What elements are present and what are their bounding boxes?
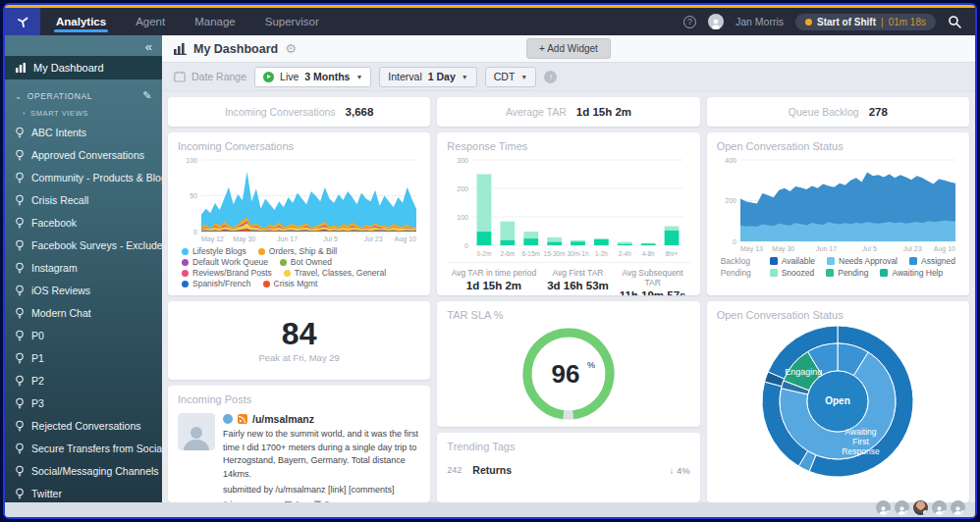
svg-text:0-2m: 0-2m [477,250,492,257]
smart-view-label: P3 [31,397,44,409]
sidebar-smart-view-item[interactable]: P3 [5,392,162,414]
legend-color-square [880,269,888,277]
dashboard-content: Incoming Conversations 3,668 Average TAR… [162,91,975,502]
sidebar-smart-view-item[interactable]: P1 [5,346,162,369]
collapse-sidebar-icon[interactable]: « [145,39,152,54]
svg-text:300: 300 [458,157,469,164]
top-navigation: AnalyticsAgentManageSupervisor ? Jan Mor… [5,5,975,35]
sidebar-smart-view-item[interactable]: Twitter [5,482,162,502]
legend-color-dot [263,281,270,287]
tag-count: 242 [447,465,472,475]
agent-avatar[interactable] [876,500,891,515]
lightbulb-icon [15,172,25,183]
left-column: 84 Peak at Fri, May 29 Incoming Posts /u… [168,301,430,502]
post-author-link[interactable]: /u/msalmanz [223,413,420,425]
sidebar-smart-view-item[interactable]: ABC Intents [5,121,162,143]
shift-label: Start of Shift [817,17,876,27]
footer-bar [5,502,975,517]
person-icon [182,423,211,450]
search-icon[interactable] [948,15,961,28]
smart-view-label: Facebook [31,217,77,229]
tab-supervisor[interactable]: Supervisor [263,8,321,35]
live-range-dropdown[interactable]: Live 3 Months ▼ [254,67,371,87]
trending-rows: 242Returns↓ 4% [447,464,689,476]
interval-dropdown[interactable]: Interval 1 Day ▼ [379,67,476,87]
widget-title: Trending Tags [447,441,689,452]
section-label: OPERATIONAL [27,91,92,101]
interval-value: 1 Day [428,71,456,82]
svg-text:Aug 10: Aug 10 [933,245,954,253]
svg-text:Jul 5: Jul 5 [323,235,338,242]
sidebar-smart-view-item[interactable]: P0 [5,324,162,346]
tar-sla-widget: TAR SLA % 96% [437,301,699,427]
agent-avatar[interactable] [895,500,909,515]
lightbulb-icon [15,127,25,138]
shift-status-pill[interactable]: Start of Shift | 01m 18s [795,14,936,30]
user-avatar[interactable] [708,14,724,29]
legend-item: Pending [826,268,868,278]
response-times-widget: Response Times 01002003000-2m2-6m6-15m15… [437,132,699,295]
page-title-group: My Dashboard ⚙ [174,41,297,56]
sidebar-smart-view-item[interactable]: Community - Products & Blogs [5,166,162,188]
sidebar-smart-view-item[interactable]: Secure Transfers from Social [5,437,162,459]
nav-tabs: AnalyticsAgentManageSupervisor [54,8,321,35]
svg-text:0: 0 [464,242,468,249]
sidebar-smart-view-item[interactable]: Social/Messaging Channels [5,459,162,482]
kpi-label: Average TAR [506,106,567,118]
legend-item: Spanish/French [182,279,251,288]
tab-agent[interactable]: Agent [134,8,167,35]
response-time-stats: Avg TAR in time period1d 15h 2mAvg First… [447,262,689,295]
live-value: 3 Months [304,71,350,82]
legend-item: Needs Approval [827,256,898,266]
legend-color-square [826,269,834,277]
open-conversation-status-widget: Open Conversation Status 0200400May 13Ma… [707,132,969,295]
tab-analytics[interactable]: Analytics [54,8,108,35]
sidebar-smart-view-item[interactable]: Facebook [5,211,162,234]
sidebar-section-operational[interactable]: ⌄ OPERATIONAL ✎ [5,79,162,106]
svg-text:Open: Open [826,395,851,406]
sidebar-smart-view-item[interactable]: Rejected Conversations [5,414,162,437]
widget-title: Incoming Posts [178,393,420,405]
agent-avatar[interactable] [932,500,947,515]
sidebar-smart-view-item[interactable]: Modern Chat [5,301,162,324]
sidebar-smart-view-item[interactable]: P2 [5,369,162,392]
svg-text:6-15m: 6-15m [522,250,540,257]
post-username: /u/msalmanz [252,413,314,425]
live-icon [263,72,274,82]
date-range-label: Date Range [191,71,246,82]
open-status-legend: BacklogAvailableNeeds ApprovalAssignedPe… [717,254,959,278]
sidebar-smart-view-item[interactable]: Instagram [5,256,162,279]
edit-pencil-icon[interactable]: ✎ [142,89,152,102]
sidebar-smart-view-item[interactable]: Crisis Recall [5,188,162,211]
timezone-dropdown[interactable]: CDT ▼ [485,67,537,87]
add-widget-button[interactable]: + Add Widget [526,38,611,59]
svg-text:0: 0 [733,238,736,245]
legend-color-dot [280,259,287,266]
bottom-row: 84 Peak at Fri, May 29 Incoming Posts /u… [168,301,969,502]
agent-avatar[interactable] [951,500,965,515]
sidebar-smart-view-item[interactable]: Facebook Surveys - Exclude S... [5,234,162,256]
open-status-sunburst-chart: OpenEngagingAwaitingFirstResponse [717,323,959,480]
lightbulb-icon [15,217,25,229]
post-submitted-line: submitted by /u/msalmanz [link] [comment… [223,485,420,495]
lightbulb-icon [15,443,25,454]
gear-icon[interactable]: ⚙ [285,41,297,56]
tab-manage[interactable]: Manage [192,8,238,35]
brand-logo[interactable] [5,8,40,35]
agent-avatar-photo[interactable] [913,500,928,515]
sidebar-smart-view-item[interactable]: Approved Conversations [5,143,162,166]
refresh-history-icon[interactable]: ↑ [544,71,557,83]
trending-tag-row[interactable]: 242Returns↓ 4% [447,464,689,476]
kpi-label: Incoming Conversations [225,106,336,118]
sidebar-item-my-dashboard[interactable]: My Dashboard [5,56,162,79]
legend-row: PendingSnoozedPendingAwaiting Help [717,266,959,278]
help-icon[interactable]: ? [683,16,696,28]
chevron-down-icon: ▼ [462,74,468,80]
lightbulb-icon [15,149,25,161]
sidebar-subsection-smart-views[interactable]: › SMART VIEWS [5,106,162,121]
sidebar-smart-view-item[interactable]: iOS Reviews [5,279,162,301]
user-name[interactable]: Jan Morris [735,16,784,27]
incoming-conversations-legend: Lifestyle BlogsOrders, Ship & BillDefaul… [178,244,420,288]
open-status-sunburst-widget: Open Conversation Status OpenEngagingAwa… [707,301,969,502]
legend-row: BacklogAvailableNeeds ApprovalAssigned [717,254,959,266]
